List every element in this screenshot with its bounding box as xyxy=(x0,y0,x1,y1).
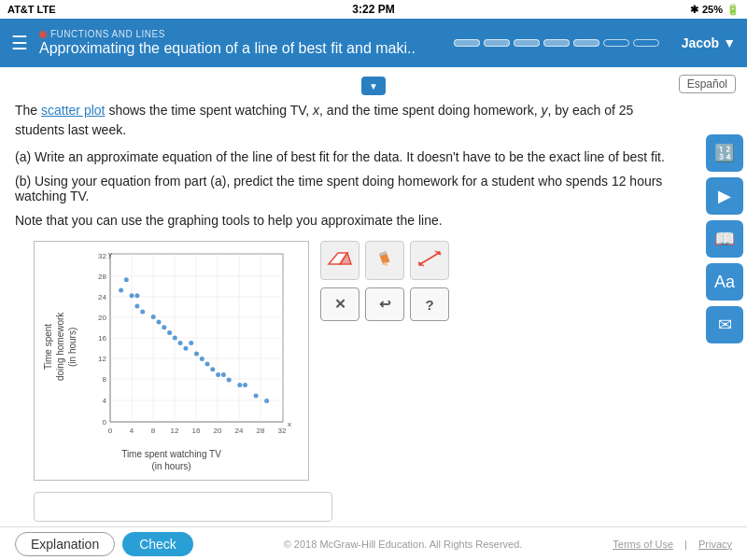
svg-text:32: 32 xyxy=(278,427,287,435)
svg-point-44 xyxy=(157,320,162,325)
svg-point-58 xyxy=(237,383,242,387)
page-title: Approximating the equation of a line of … xyxy=(39,40,443,57)
svg-text:24: 24 xyxy=(98,293,106,301)
line-tool-button[interactable] xyxy=(410,241,449,280)
calculator-button[interactable]: 🔢 xyxy=(706,134,743,172)
svg-point-42 xyxy=(140,309,145,314)
svg-line-67 xyxy=(420,253,439,264)
progress-bar xyxy=(454,39,659,47)
svg-point-52 xyxy=(200,357,204,361)
svg-point-55 xyxy=(216,372,220,377)
svg-text:8: 8 xyxy=(103,375,107,384)
svg-text:16: 16 xyxy=(192,427,201,435)
part-a-text: (a) Write an approximate equation of the… xyxy=(15,149,669,164)
progress-seg-4 xyxy=(543,39,570,47)
svg-point-56 xyxy=(221,372,226,377)
svg-point-40 xyxy=(134,304,139,309)
progress-seg-6 xyxy=(603,39,629,47)
progress-seg-2 xyxy=(484,39,510,47)
mail-button[interactable]: ✉ xyxy=(706,306,743,343)
privacy-link[interactable]: Privacy xyxy=(698,539,732,550)
svg-text:20: 20 xyxy=(98,314,106,322)
status-bar: AT&T LTE 3:22 PM ✱ 25% 🔋 xyxy=(0,0,747,19)
svg-point-46 xyxy=(167,330,172,335)
bluetooth-icon: ✱ xyxy=(690,4,698,16)
svg-point-47 xyxy=(173,336,177,341)
x-axis-label: Time spent watching TV(in hours) xyxy=(42,448,301,472)
note-text: Note that you can use the graphing tools… xyxy=(15,213,669,228)
svg-point-61 xyxy=(264,399,269,403)
footer-buttons: Explanation Check xyxy=(15,532,193,556)
svg-point-39 xyxy=(130,293,134,298)
svg-text:28: 28 xyxy=(98,273,106,281)
svg-text:24: 24 xyxy=(235,427,244,435)
graph-svg-area[interactable]: 0 4 8 12 16 20 24 28 xyxy=(82,249,301,444)
svg-text:12: 12 xyxy=(171,427,179,435)
svg-text:16: 16 xyxy=(98,334,106,343)
pencil-button[interactable] xyxy=(365,241,404,280)
svg-text:4: 4 xyxy=(130,427,134,435)
svg-text:0: 0 xyxy=(103,418,107,427)
svg-point-41 xyxy=(134,293,139,298)
svg-text:8: 8 xyxy=(151,427,156,435)
footer: Explanation Check © 2018 McGraw-Hill Edu… xyxy=(0,526,747,560)
svg-text:12: 12 xyxy=(98,355,106,363)
y-axis-label: Time spentdoing homework(in hours) xyxy=(42,249,78,444)
undo-button[interactable]: ↩ xyxy=(365,287,404,321)
svg-point-43 xyxy=(151,315,156,319)
explanation-button[interactable]: Explanation xyxy=(15,532,115,556)
terms-link[interactable]: Terms of Use xyxy=(613,539,673,550)
progress-seg-7 xyxy=(633,39,659,47)
check-button[interactable]: Check xyxy=(122,532,193,556)
footer-links: Terms of Use | Privacy xyxy=(613,539,732,550)
svg-point-53 xyxy=(205,362,210,367)
svg-text:y: y xyxy=(108,250,112,259)
espanol-button[interactable]: Español xyxy=(679,75,736,93)
user-dropdown-icon: ▼ xyxy=(723,35,736,50)
clear-icon: ✕ xyxy=(334,296,346,313)
video-button[interactable]: ▶ xyxy=(706,177,743,215)
help-icon: ? xyxy=(425,297,433,313)
svg-point-38 xyxy=(124,277,129,282)
battery-text: 25% xyxy=(702,4,723,15)
svg-text:28: 28 xyxy=(257,427,265,435)
answer-input[interactable] xyxy=(34,492,332,522)
header-subtitle: FUNCTIONS AND LINES xyxy=(39,29,443,39)
intro-text: The scatter plot shows the time spent wa… xyxy=(15,101,669,140)
part-b-text: (b) Using your equation from part (a), p… xyxy=(15,174,669,203)
book-button[interactable]: 📖 xyxy=(706,220,743,258)
svg-point-51 xyxy=(194,351,199,356)
svg-point-70 xyxy=(418,262,422,266)
eraser-button[interactable] xyxy=(320,241,359,280)
svg-point-37 xyxy=(119,288,123,293)
progress-seg-5 xyxy=(573,39,599,47)
menu-button[interactable]: ☰ xyxy=(11,32,28,54)
svg-point-45 xyxy=(162,325,166,329)
line-tool-icon xyxy=(416,249,443,273)
text-button[interactable]: Aa xyxy=(706,263,743,301)
pencil-icon xyxy=(372,249,398,273)
tools-row-bottom: ✕ ↩ ? xyxy=(320,287,449,321)
text-icon: Aa xyxy=(714,273,735,292)
main-content: Español 🔢 ▶ 📖 Aa ✉ ▼ The scatter plot sh… xyxy=(0,67,747,526)
scatter-plot-svg: 0 4 8 12 16 20 24 28 xyxy=(82,249,292,441)
svg-text:4: 4 xyxy=(103,397,107,405)
user-menu[interactable]: Jacob ▼ xyxy=(682,35,736,50)
svg-point-60 xyxy=(254,394,259,399)
svg-point-57 xyxy=(227,378,232,383)
progress-seg-3 xyxy=(514,39,540,47)
svg-point-50 xyxy=(189,341,193,345)
scatter-plot-link[interactable]: scatter plot xyxy=(41,103,105,118)
svg-point-71 xyxy=(437,251,441,255)
help-button[interactable]: ? xyxy=(410,287,449,321)
video-icon: ▶ xyxy=(718,186,731,206)
svg-point-54 xyxy=(210,367,215,371)
answer-input-container xyxy=(34,492,732,522)
calculator-icon: 🔢 xyxy=(714,143,735,163)
carrier-text: AT&T LTE xyxy=(7,4,56,15)
header: ☰ FUNCTIONS AND LINES Approximating the … xyxy=(0,19,747,67)
dropdown-button[interactable]: ▼ xyxy=(361,77,386,95)
red-dot-icon xyxy=(39,31,47,38)
clear-button[interactable]: ✕ xyxy=(320,287,359,321)
eraser-icon xyxy=(327,249,353,273)
